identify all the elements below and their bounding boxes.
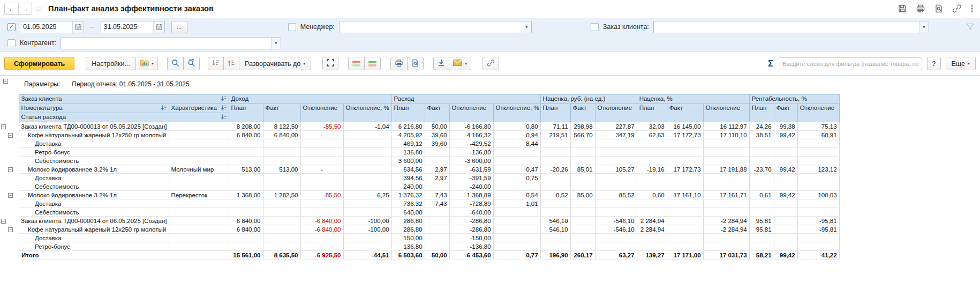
generate-button[interactable]: Сформировать: [4, 57, 74, 70]
favorite-star-icon[interactable]: ☆: [34, 3, 42, 14]
highlight-positive-button[interactable]: [364, 57, 381, 70]
calendar-icon[interactable]: [72, 21, 84, 33]
print-icon: [395, 59, 403, 69]
column-header[interactable]: Факт: [774, 104, 797, 122]
chevron-down-icon: ▾: [152, 61, 154, 66]
column-header[interactable]: План: [391, 104, 425, 122]
period-options-button[interactable]: ...: [171, 21, 187, 33]
value-cell: [493, 217, 540, 225]
value-cell: [703, 182, 749, 191]
print-button[interactable]: [390, 57, 408, 70]
sort-icon: [221, 105, 227, 112]
period-checkbox[interactable]: [7, 23, 16, 31]
customer-order-input[interactable]: [654, 21, 919, 33]
column-header-customer-order[interactable]: Заказ клиента: [19, 95, 229, 104]
value-cell: [667, 148, 703, 157]
manager-checkbox[interactable]: [288, 23, 296, 31]
value-cell: -6 840,00: [300, 217, 343, 225]
collapse-toggle[interactable]: −: [8, 133, 13, 138]
report-row: −Заказ клиента ТД00-000014 от 06.05.2025…: [0, 217, 839, 225]
value-cell: 8,44: [493, 139, 540, 148]
column-header[interactable]: Отклонение, %: [493, 104, 540, 122]
column-header[interactable]: Отклонение, %: [343, 104, 391, 122]
more-label: Еще: [952, 60, 965, 68]
report-variants-button[interactable]: ▾: [135, 57, 158, 70]
customer-order-checkbox[interactable]: [591, 23, 599, 31]
value-cell: [343, 139, 391, 148]
back-button[interactable]: ←: [5, 3, 18, 14]
column-header[interactable]: План: [540, 104, 570, 122]
row-characteristic-cell: [169, 131, 229, 139]
row-name-cell: Молоко йодированное 3.2% 1л: [19, 165, 169, 174]
collapse-toggle[interactable]: −: [8, 227, 13, 232]
column-header-nomenclature[interactable]: Номенклатура: [19, 104, 169, 113]
collapse-toggle[interactable]: −: [8, 193, 13, 198]
chain-link-icon: [487, 59, 495, 69]
value-cell: 99,42: [774, 165, 797, 174]
counterparty-label: Контрагент:: [20, 39, 56, 47]
chevron-down-icon[interactable]: ▾: [522, 21, 531, 33]
value-cell: [595, 139, 637, 148]
collapse-toggle[interactable]: −: [1, 219, 6, 224]
filter-funnel-icon[interactable]: [966, 22, 975, 33]
collapse-toggle[interactable]: −: [8, 167, 13, 172]
chevron-down-icon[interactable]: ▾: [271, 38, 281, 49]
save-icon[interactable]: [898, 4, 907, 13]
help-button[interactable]: ?: [927, 57, 941, 70]
column-header-expense-item[interactable]: Статья расхода: [19, 113, 229, 122]
fullscreen-button[interactable]: [322, 57, 338, 70]
forward-button[interactable]: →: [18, 3, 32, 14]
value-cell: 58,21: [749, 251, 774, 260]
quick-filter-input[interactable]: [779, 57, 922, 70]
save-file-button[interactable]: [433, 57, 449, 70]
column-header[interactable]: Отклонение: [595, 104, 637, 122]
column-header[interactable]: Факт: [570, 104, 595, 122]
customer-order-field: ▾: [653, 21, 929, 33]
cancel-search-button[interactable]: [183, 57, 200, 70]
get-link-button[interactable]: [483, 57, 499, 70]
period-to-input[interactable]: [101, 21, 153, 33]
link-icon[interactable]: [952, 4, 962, 13]
column-group-header[interactable]: Наценка, %: [637, 95, 749, 104]
counterparty-input[interactable]: [61, 38, 271, 49]
sum-icon[interactable]: Σ: [768, 59, 779, 69]
value-cell: 566,70: [570, 131, 595, 139]
column-group-header[interactable]: Расход: [391, 95, 540, 104]
print-preview-button[interactable]: [407, 57, 424, 70]
column-header[interactable]: План: [749, 104, 774, 122]
column-group-header[interactable]: Наценка, руб. (на ед.): [540, 95, 637, 104]
email-button[interactable]: ▾: [449, 57, 471, 70]
more-button[interactable]: Еще▾: [946, 57, 976, 70]
sort-ascending-button[interactable]: [223, 57, 239, 70]
column-header-characteristic[interactable]: Характеристика: [169, 104, 229, 113]
settings-button[interactable]: Настройки...: [86, 57, 136, 70]
column-header[interactable]: Факт: [263, 104, 300, 122]
column-header[interactable]: Отклонение: [300, 104, 343, 122]
print-preview-icon[interactable]: [934, 4, 944, 13]
highlight-negative-button[interactable]: [348, 57, 365, 70]
value-cell: [343, 208, 391, 217]
column-header[interactable]: Отклонение: [703, 104, 749, 122]
column-group-header[interactable]: Рентабельность, %: [749, 95, 839, 104]
calendar-icon[interactable]: [153, 21, 164, 33]
expand-to-button[interactable]: Разворачивать до▾: [239, 57, 311, 70]
counterparty-checkbox[interactable]: [7, 39, 16, 47]
column-header[interactable]: План: [637, 104, 667, 122]
print-icon[interactable]: [916, 4, 925, 13]
manager-input[interactable]: [340, 21, 522, 33]
value-cell: 240,00: [391, 182, 425, 191]
column-group-header[interactable]: Доход: [229, 95, 391, 104]
window-toolbar: [898, 4, 974, 13]
column-header[interactable]: Факт: [667, 104, 703, 122]
sort-descending-button[interactable]: [208, 57, 224, 70]
column-header[interactable]: Факт: [425, 104, 449, 122]
collapse-all-toggle[interactable]: −: [3, 79, 8, 84]
more-menu-icon[interactable]: [970, 4, 974, 13]
period-from-input[interactable]: [20, 21, 72, 33]
column-header[interactable]: Отклонение: [449, 104, 493, 122]
search-button[interactable]: [167, 57, 184, 70]
column-header[interactable]: План: [229, 104, 263, 122]
chevron-down-icon[interactable]: ▾: [919, 21, 929, 33]
column-header[interactable]: Отклонение: [797, 104, 839, 122]
collapse-toggle[interactable]: −: [1, 124, 6, 129]
